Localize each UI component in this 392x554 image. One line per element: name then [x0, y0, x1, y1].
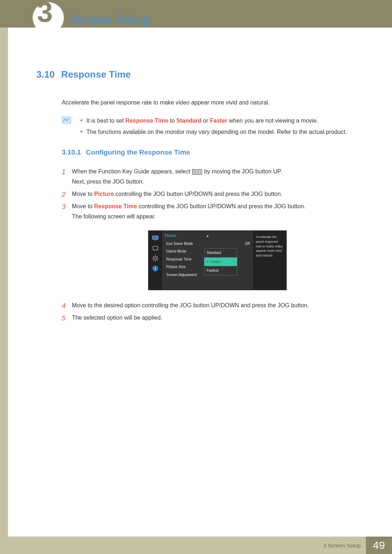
emphasis-picture: Picture — [94, 191, 114, 197]
svg-rect-6 — [154, 240, 156, 241]
subsection-title: Configuring the Response Time — [86, 148, 190, 156]
subsection-number: 3.10.1 — [62, 148, 81, 156]
svg-line-14 — [156, 260, 157, 260]
page-title: Screen Setup — [71, 12, 150, 28]
footer-page-number: 49 — [366, 537, 392, 554]
steps-list: When the Function Key Guide appears, sel… — [62, 167, 363, 323]
text: controlling the JOG button UP/DOWN and p… — [137, 203, 305, 209]
content: 3.10Response Time Accelerate the panel r… — [36, 69, 363, 325]
svg-point-8 — [154, 257, 156, 259]
gear-icon — [152, 256, 159, 261]
text: When the Function Key Guide appears, sel… — [72, 168, 193, 175]
text: Move to — [72, 191, 94, 197]
info-icon: i — [152, 266, 159, 271]
section-title: Response Time — [61, 69, 131, 80]
section-heading: 3.10Response Time — [36, 69, 363, 80]
svg-rect-7 — [153, 246, 158, 250]
text: ] by moving the JOG button UP. — [201, 168, 282, 175]
osd-option-fastest: Fastest — [204, 266, 237, 275]
step-1: When the Function Key Guide appears, sel… — [62, 167, 363, 187]
menu-icon — [194, 169, 200, 175]
row-label: Picture Size — [166, 264, 185, 270]
note-item: It is best to set Response Time to Stand… — [78, 116, 363, 126]
row-label: Eye Saver Mode — [166, 241, 193, 247]
step-2: Move to Picture controlling the JOG butt… — [62, 189, 363, 199]
osd-help-text: Accelerate the panel response rate to ma… — [253, 231, 286, 290]
row-value: Off — [245, 241, 250, 247]
step-3: Move to Response Time controlling the JO… — [62, 201, 363, 290]
row-label: Game Mode — [166, 248, 186, 255]
chapter-number: 3 — [37, 0, 53, 29]
settings-frame-icon — [152, 246, 159, 251]
osd-screenshot: i Picture ▲ Eye Saver Mode Off Game Mode — [72, 230, 363, 290]
note-block: It is best to set Response Time to Stand… — [62, 116, 363, 137]
emphasis-response-time: Response Time — [126, 118, 168, 124]
note-item: The functions available on the monitor m… — [78, 127, 363, 137]
svg-text:i: i — [155, 266, 156, 271]
step-5: The selected option will be applied. — [62, 313, 363, 323]
step-4: Move to the desired option controlling t… — [62, 300, 363, 311]
monitor-icon — [152, 235, 159, 241]
osd-main: Picture ▲ Eye Saver Mode Off Game Mode R… — [162, 231, 253, 290]
chapter-badge: 3 — [33, 2, 64, 33]
svg-line-16 — [156, 257, 157, 257]
osd-sidebar: i — [149, 231, 162, 290]
section-intro: Accelerate the panel response rate to ma… — [62, 98, 363, 107]
svg-rect-5 — [152, 236, 158, 239]
text: controlling the JOG button UP/DOWN and p… — [114, 191, 282, 197]
osd-option-standard: Standard — [204, 248, 237, 258]
text: or — [201, 118, 210, 124]
emphasis-response-time: Response Time — [94, 203, 137, 209]
row-label: Screen Adjustment — [166, 272, 197, 278]
emphasis-faster: Faster — [210, 118, 227, 124]
emphasis-standard: Standard — [176, 118, 201, 124]
note-icon — [62, 116, 71, 124]
text: when you are not viewing a movie. — [227, 118, 318, 124]
osd-panel: i Picture ▲ Eye Saver Mode Off Game Mode — [148, 230, 287, 290]
note-list: It is best to set Response Time to Stand… — [78, 116, 363, 137]
osd-row-eye-saver: Eye Saver Mode Off — [165, 240, 251, 248]
footer-chapter-ref: 3 Screen Setup — [33, 537, 366, 554]
osd-option-faster-selected: Faster — [204, 258, 237, 267]
text: It is best to set — [86, 118, 126, 124]
row-label: Response Time — [166, 256, 191, 263]
footer-tab — [0, 537, 33, 554]
svg-line-13 — [153, 257, 154, 257]
text: Next, press the JOG button. — [72, 178, 144, 185]
up-arrow-icon: ▲ — [206, 233, 209, 239]
side-tab — [0, 28, 8, 537]
footer: 3 Screen Setup 49 — [0, 537, 392, 554]
subsection-heading: 3.10.1Configuring the Response Time — [62, 148, 363, 156]
svg-line-15 — [153, 260, 154, 260]
text: The following screen will appear. — [72, 213, 156, 219]
section-number: 3.10 — [36, 69, 55, 80]
footer-chapter-text: 3 Screen Setup — [323, 542, 361, 549]
osd-options: Standard Faster Fastest — [204, 248, 237, 275]
text: to — [168, 118, 176, 124]
text: Move to — [72, 203, 94, 209]
